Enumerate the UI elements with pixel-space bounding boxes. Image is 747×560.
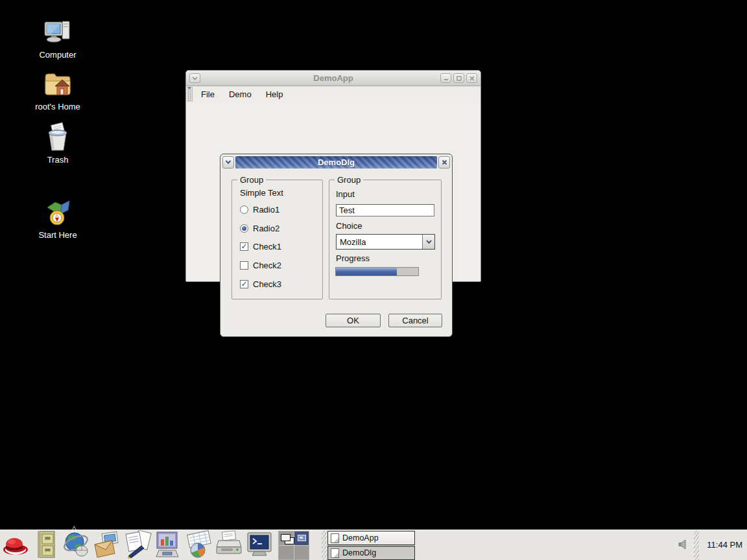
- minimize-icon: [444, 76, 449, 81]
- desktop-icon-trash[interactable]: Trash: [22, 121, 93, 165]
- progress-label: Progress: [336, 253, 370, 263]
- checkbox-label: Check1: [253, 242, 281, 251]
- trash-icon: [22, 121, 93, 153]
- clock-drag-handle[interactable]: [694, 531, 699, 560]
- desktop-icon-computer[interactable]: Computer: [22, 16, 93, 60]
- checkbox-label: Check3: [253, 279, 281, 289]
- start-here-icon: [22, 196, 93, 228]
- red-hat-menu-icon[interactable]: [1, 530, 30, 559]
- web-browser-icon[interactable]: [62, 530, 91, 559]
- workspace-switcher: [278, 531, 309, 560]
- demodlg-titlebar[interactable]: DemoDlg: [222, 156, 450, 169]
- checkbox-option-check2[interactable]: Check2: [240, 260, 281, 270]
- input-label: Input: [336, 189, 355, 199]
- word-processor-icon[interactable]: [123, 530, 152, 559]
- tasklist-drag-handle[interactable]: [322, 531, 327, 560]
- menu-demo[interactable]: Demo: [222, 89, 259, 99]
- right-groupbox: Group Input Choice Mozilla Progress: [329, 180, 442, 299]
- ok-button[interactable]: OK: [326, 314, 381, 327]
- dialog-window-menu-button[interactable]: [222, 156, 234, 169]
- radio-label: Radio1: [253, 205, 279, 215]
- desktop-icon-label: Computer: [22, 50, 93, 60]
- left-group-label: Group: [237, 175, 266, 185]
- close-button[interactable]: [466, 73, 477, 83]
- dialog-close-button[interactable]: [438, 156, 450, 169]
- computer-icon: [22, 16, 93, 48]
- terminal-icon[interactable]: [245, 530, 274, 559]
- demoapp-window-title: DemoApp: [186, 73, 480, 83]
- clock[interactable]: 11:44 PM: [707, 530, 742, 559]
- radio-option-radio2[interactable]: Radio2: [240, 223, 279, 233]
- workspace-window-thumb: [281, 534, 290, 541]
- desktop-icon-roots-home[interactable]: root's Home: [22, 67, 93, 111]
- cancel-button[interactable]: Cancel: [388, 314, 442, 327]
- workspace-3[interactable]: [279, 546, 294, 559]
- checkbox-icon[interactable]: ✓: [240, 242, 248, 251]
- taskbar-panel: △: [0, 530, 747, 560]
- radio-option-radio1[interactable]: Radio1: [240, 204, 279, 215]
- combobox-value: Mozilla: [337, 235, 422, 249]
- task-button-label: DemoApp: [342, 533, 379, 542]
- task-button-demodlg[interactable]: DemoDlg: [327, 546, 415, 560]
- choice-label: Choice: [336, 221, 362, 231]
- email-icon[interactable]: [93, 530, 121, 559]
- desktop-icon-start-here[interactable]: Start Here: [22, 196, 93, 240]
- workspace-window-thumb: [298, 535, 306, 541]
- document-icon: [331, 533, 339, 543]
- presentation-icon[interactable]: [154, 530, 182, 559]
- speaker-icon[interactable]: [677, 539, 690, 550]
- left-groupbox: Group Simple Text Radio1Radio2 ✓Check1Ch…: [231, 180, 323, 299]
- radio-label: Radio2: [253, 224, 279, 233]
- task-button-demoapp[interactable]: DemoApp: [327, 531, 415, 545]
- desktop-icon-label: Start Here: [22, 230, 93, 240]
- window-task-list: DemoAppDemoDlg: [327, 531, 415, 560]
- close-icon: [469, 76, 475, 81]
- desktop-icon-label: root's Home: [22, 102, 93, 111]
- checkbox-option-check1[interactable]: ✓Check1: [240, 241, 281, 251]
- checkbox-icon[interactable]: [240, 261, 248, 270]
- close-icon: [442, 159, 447, 165]
- radio-button-icon[interactable]: [240, 224, 248, 233]
- minimize-button[interactable]: [440, 73, 451, 83]
- combobox-dropdown-button[interactable]: [422, 235, 434, 249]
- spreadsheet-icon[interactable]: [184, 530, 213, 559]
- demodlg-dialog: DemoDlg Group Simple Text Radio1Radio2 ✓…: [220, 154, 453, 337]
- task-button-label: DemoDlg: [342, 548, 376, 557]
- desktop-icon-label: Trash: [22, 155, 93, 165]
- checkbox-label: Check2: [253, 261, 281, 270]
- input-field[interactable]: [336, 204, 434, 216]
- workspace-2-active[interactable]: [294, 531, 309, 545]
- right-group-label: Group: [335, 175, 363, 185]
- simple-text-label: Simple Text: [240, 188, 283, 198]
- demoapp-titlebar[interactable]: DemoApp: [186, 71, 480, 86]
- menu-file[interactable]: File: [194, 89, 222, 99]
- printer-icon[interactable]: [215, 530, 243, 559]
- progress-bar-fill: [336, 268, 397, 275]
- document-icon: [331, 548, 339, 558]
- demodlg-window-title: DemoDlg: [235, 156, 437, 169]
- radio-button-icon[interactable]: [240, 205, 248, 214]
- dialog-titlebar-stripes: DemoDlg: [235, 156, 437, 169]
- file-manager-icon[interactable]: [32, 530, 60, 559]
- choice-combobox[interactable]: Mozilla: [336, 234, 435, 250]
- launcher-area: [1, 530, 274, 559]
- demoapp-menubar: File Demo Help: [186, 86, 480, 103]
- workspace-4[interactable]: [294, 546, 309, 559]
- maximize-button[interactable]: [453, 73, 464, 83]
- workspace-1[interactable]: [279, 531, 294, 545]
- checkbox-option-check3[interactable]: ✓Check3: [240, 279, 281, 289]
- home-folder-icon: [22, 67, 93, 100]
- maximize-icon: [456, 76, 462, 81]
- chevron-down-icon: [225, 160, 231, 165]
- checkbox-icon[interactable]: ✓: [240, 280, 248, 288]
- menubar-drag-handle[interactable]: [187, 87, 193, 102]
- chevron-down-icon: [426, 240, 432, 244]
- menu-help[interactable]: Help: [259, 89, 290, 99]
- progress-bar: [335, 267, 419, 276]
